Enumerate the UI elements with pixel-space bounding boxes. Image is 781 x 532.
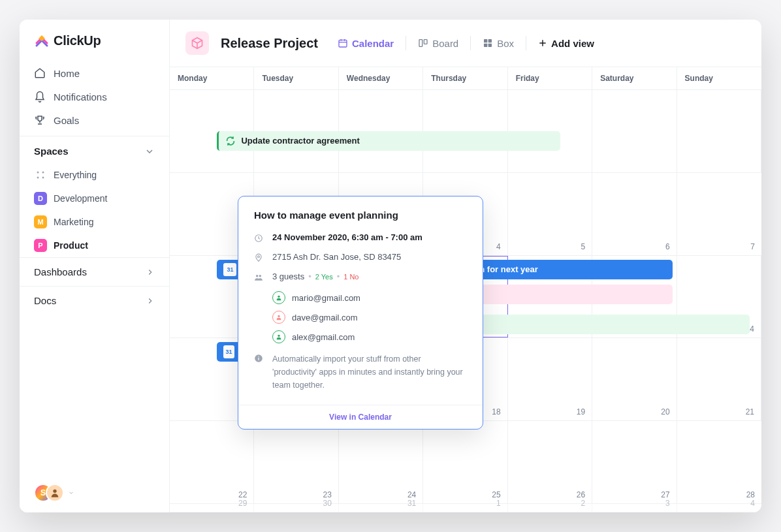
day-header: Wednesday: [339, 67, 423, 89]
avatar-stack[interactable]: S: [34, 484, 64, 502]
popup-description: Automatically import your stuff from oth…: [272, 352, 467, 392]
bell-icon: [34, 91, 46, 102]
day-number: 28: [746, 490, 755, 499]
section-dashboards[interactable]: Dashboards: [20, 257, 169, 286]
calendar-cell[interactable]: [677, 90, 761, 172]
calendar-cell[interactable]: 29: [170, 504, 254, 512]
location-icon: [254, 253, 263, 262]
day-number: 29: [238, 499, 247, 508]
day-number: 24: [407, 490, 416, 499]
recurring-icon: [225, 136, 236, 146]
calendar-cell[interactable]: 21: [677, 338, 761, 420]
space-development[interactable]: D Development: [20, 187, 169, 210]
space-everything[interactable]: Everything: [20, 163, 169, 187]
view-label: Box: [497, 38, 514, 49]
svg-point-15: [259, 275, 262, 277]
view-calendar[interactable]: Calendar: [338, 35, 394, 52]
calendar-cell[interactable]: 7: [677, 173, 761, 255]
calendar-cell[interactable]: 6: [592, 173, 677, 255]
day-header: Friday: [508, 67, 592, 89]
chevron-right-icon: [146, 268, 155, 277]
day-number: 21: [746, 407, 754, 416]
space-label: Everything: [54, 170, 97, 180]
box-grid-icon: [483, 38, 493, 48]
nav-goals[interactable]: Goals: [20, 108, 169, 132]
guest-item: dave@gmail.com: [272, 311, 467, 324]
calendar-cell[interactable]: 27: [592, 421, 677, 503]
calendar-cell[interactable]: 2: [508, 504, 592, 512]
spaces-header[interactable]: Spaces: [20, 136, 169, 163]
calendar-week: 29 30 31 1 2 3 4: [170, 504, 761, 512]
calendar-cell[interactable]: 28: [677, 421, 761, 503]
view-box[interactable]: Box: [483, 35, 514, 52]
guest-item: mario@gmail.com: [272, 291, 467, 304]
calendar-cell[interactable]: 3: [592, 504, 677, 512]
day-number: 22: [238, 490, 247, 499]
nav-notifications[interactable]: Notifications: [20, 85, 169, 108]
section-docs[interactable]: Docs: [20, 286, 169, 315]
calendar-cell[interactable]: 1: [423, 504, 507, 512]
svg-point-4: [53, 490, 56, 493]
guests-icon: [254, 273, 263, 282]
space-badge: P: [34, 239, 47, 252]
day-number: 7: [750, 242, 755, 251]
event-green[interactable]: Update contractor agreement: [217, 131, 560, 151]
guest-avatar: [272, 330, 285, 343]
chevron-down-icon[interactable]: [68, 490, 74, 496]
guest-yes: 2 Yes: [315, 273, 333, 281]
guest-no: 1 No: [343, 273, 359, 281]
svg-point-21: [258, 356, 259, 356]
event-pale-green[interactable]: [477, 315, 750, 334]
calendar-cell[interactable]: 23: [254, 421, 338, 503]
logo: ClickUp: [20, 20, 169, 57]
calendar-cell[interactable]: 25: [423, 421, 507, 503]
event-label: Update contractor agreement: [241, 136, 359, 146]
day-number: 3: [665, 499, 670, 508]
calendar-cell[interactable]: 22: [170, 421, 254, 503]
space-label: Product: [54, 240, 88, 251]
calendar-cell[interactable]: 4: [677, 504, 761, 512]
day-number: 20: [661, 407, 669, 416]
view-label: Board: [432, 38, 458, 49]
calendar-cell[interactable]: 20: [592, 338, 677, 420]
calendar-icon: [338, 38, 348, 48]
day-number: 4: [496, 242, 501, 251]
popup-guests-row: 3 guests • 2 Yes • 1 No: [254, 272, 467, 282]
day-number: 2: [581, 499, 585, 508]
nav-label: Goals: [54, 115, 79, 126]
svg-point-16: [278, 296, 279, 298]
day-number: 25: [492, 490, 500, 499]
calendar-cell[interactable]: 31: [339, 504, 423, 512]
logo-text: ClickUp: [54, 33, 101, 48]
popup-view-calendar-link[interactable]: View in Calendar: [238, 405, 483, 429]
add-view-button[interactable]: Add view: [538, 38, 594, 49]
calendar-header: Monday Tuesday Wednesday Thursday Friday…: [170, 67, 761, 90]
nav-home[interactable]: Home: [20, 61, 169, 85]
guest-summary: 3 guests • 2 Yes • 1 No: [272, 272, 359, 281]
space-marketing[interactable]: M Marketing: [20, 210, 169, 234]
section-label: Spaces: [34, 146, 69, 157]
svg-point-3: [42, 177, 44, 179]
day-header: Tuesday: [254, 67, 338, 89]
calendar-cell[interactable]: 26: [508, 421, 592, 503]
popup-location: 2715 Ash Dr. San Jose, SD 83475: [272, 252, 401, 262]
calendar-cell[interactable]: 5: [508, 173, 592, 255]
svg-point-1: [42, 172, 44, 174]
space-product[interactable]: P Product: [20, 234, 169, 257]
guest-avatar: [272, 311, 285, 324]
sidebar-footer: S: [20, 473, 169, 512]
view-label: Calendar: [352, 38, 394, 49]
calendar-cell[interactable]: 19: [508, 338, 592, 420]
nav-group: Home Notifications Goals: [20, 57, 169, 136]
calendar-cell[interactable]: 30: [254, 504, 338, 512]
calendar-cell[interactable]: [592, 90, 677, 172]
svg-rect-11: [488, 44, 492, 47]
guest-email: mario@gmail.com: [292, 293, 360, 303]
calendar-cell[interactable]: 24: [339, 421, 423, 503]
day-header: Sunday: [677, 67, 761, 89]
day-number: 5: [581, 242, 585, 251]
view-board[interactable]: Board: [418, 35, 458, 52]
svg-rect-7: [424, 40, 428, 44]
day-number: 27: [661, 490, 669, 499]
project-badge: [185, 31, 209, 55]
